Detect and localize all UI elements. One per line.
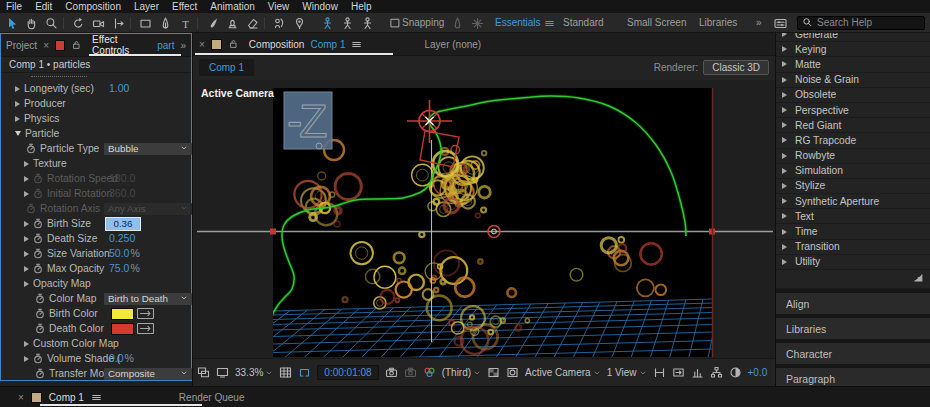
menu-file[interactable]: File (6, 1, 22, 12)
region-of-interest-icon[interactable] (298, 366, 311, 379)
menu-composition[interactable]: Composition (65, 1, 121, 12)
workspace-standard[interactable]: Standard (563, 17, 604, 28)
chevron-more-icon[interactable]: » (180, 40, 186, 51)
menu-help[interactable]: Help (351, 1, 372, 12)
workspace-libraries[interactable]: Libraries (699, 17, 737, 28)
comp-selector-tab[interactable]: Comp 1 (199, 59, 254, 76)
stopwatch-icon[interactable] (33, 263, 43, 275)
lock-icon[interactable] (228, 38, 239, 50)
expand-arrow-icon[interactable] (15, 86, 20, 92)
color-picker-icon[interactable] (137, 323, 154, 334)
left-layer-handle[interactable] (270, 229, 276, 235)
brush-tool-icon[interactable] (203, 15, 222, 31)
expand-arrow-icon[interactable] (782, 92, 787, 98)
expand-arrow-icon[interactable] (782, 244, 787, 250)
fx-category-utility[interactable]: Utility (776, 255, 930, 270)
fx-category-rowbyte[interactable]: Rowbyte (776, 149, 930, 164)
expand-arrow-icon[interactable] (782, 46, 787, 52)
expand-arrow-icon[interactable] (782, 213, 787, 219)
stopwatch-icon[interactable] (33, 233, 43, 245)
panel-menu-icon[interactable] (351, 39, 362, 50)
stopwatch-icon[interactable] (26, 203, 36, 215)
expand-arrow-icon[interactable] (782, 61, 787, 67)
tab-render-queue[interactable]: Render Queue (179, 392, 245, 403)
menu-effect[interactable]: Effect (172, 1, 197, 12)
resolution-select[interactable]: (Third) (442, 367, 481, 379)
close-icon[interactable]: × (43, 40, 49, 51)
menu-animation[interactable]: Animation (210, 1, 254, 12)
stopwatch-icon[interactable] (33, 173, 43, 185)
property-value[interactable]: 0.250 (109, 231, 135, 246)
stopwatch-icon[interactable] (33, 248, 43, 260)
hand-tool-icon[interactable] (22, 15, 41, 31)
tab-effect-controls[interactable]: Effect Controls (92, 34, 151, 56)
exposure-value[interactable]: +0.0 (748, 367, 768, 378)
property-dropdown[interactable]: Birth to Death (104, 293, 192, 305)
view-axis-mode-icon[interactable] (358, 15, 377, 31)
pen-tool-icon[interactable] (156, 15, 175, 31)
expand-arrow-icon[interactable] (24, 176, 29, 182)
tab-timeline-comp[interactable]: Comp 1 (49, 392, 84, 403)
property-value[interactable]: 360.0 (109, 186, 135, 201)
property-value[interactable]: 0.0% (109, 351, 134, 366)
property-dropdown[interactable]: Bubble (104, 143, 192, 155)
mask-visibility-icon[interactable] (506, 366, 519, 379)
menu-edit[interactable]: Edit (35, 1, 52, 12)
renderer-button[interactable]: Classic 3D (703, 60, 769, 75)
stopwatch-icon[interactable] (33, 353, 43, 365)
collapse-arrow-icon[interactable] (15, 131, 21, 136)
eraser-tool-icon[interactable] (243, 15, 262, 31)
workspace-small-screen[interactable]: Small Screen (627, 17, 686, 28)
expand-arrow-icon[interactable] (782, 168, 787, 174)
expand-arrow-icon[interactable] (782, 122, 787, 128)
expand-arrow-icon[interactable] (782, 183, 787, 189)
search-help-input[interactable]: Search Help (797, 16, 925, 30)
fx-category-matte[interactable]: Matte (776, 57, 930, 72)
property-value[interactable]: 1.00 (109, 81, 129, 96)
expand-arrow-icon[interactable] (782, 137, 787, 143)
panel-libraries[interactable]: Libraries (776, 318, 930, 339)
stopwatch-icon[interactable] (26, 143, 36, 155)
panel-menu-icon[interactable] (91, 392, 102, 403)
menu-view[interactable]: View (268, 1, 290, 12)
tracker-icon[interactable] (468, 15, 487, 31)
magnification-select[interactable]: 33.3% (235, 367, 273, 379)
expand-arrow-icon[interactable] (782, 107, 787, 113)
timecode-display[interactable]: 0:00:01:08 (317, 365, 378, 380)
mask-feather-icon[interactable] (448, 15, 467, 31)
stopwatch-icon[interactable] (35, 368, 45, 380)
fx-category-keying[interactable]: Keying (776, 42, 930, 57)
world-axis-mode-icon[interactable] (338, 15, 357, 31)
expand-arrow-icon[interactable] (24, 236, 29, 242)
composition-viewport[interactable]: -ZActive Camera (193, 80, 776, 358)
always-preview-icon[interactable] (197, 366, 210, 379)
fx-category-transition[interactable]: Transition (776, 240, 930, 255)
roto-brush-tool-icon[interactable] (270, 15, 289, 31)
close-icon[interactable]: × (18, 392, 24, 403)
fx-category-obsolete[interactable]: Obsolete (776, 88, 930, 103)
reset-exposure-icon[interactable] (729, 366, 742, 379)
pan-behind-tool-icon[interactable] (109, 15, 128, 31)
grid-guides-icon[interactable] (279, 366, 292, 379)
menu-layer[interactable]: Layer (134, 1, 159, 12)
expand-arrow-icon[interactable] (782, 259, 787, 265)
pixel-aspect-correction-icon[interactable] (653, 366, 666, 379)
fx-category-perspective[interactable]: Perspective (776, 103, 930, 118)
color-swatch[interactable] (111, 308, 134, 320)
tab-effect-controls-layer[interactable]: part (157, 40, 174, 51)
expand-arrow-icon[interactable] (24, 161, 29, 167)
fx-category-noise-grain[interactable]: Noise & Grain (776, 73, 930, 88)
workspace-menu-icon[interactable] (540, 15, 559, 31)
property-value[interactable]: 50.0% (109, 246, 140, 261)
fx-category-stylize[interactable]: Stylize (776, 179, 930, 194)
panel-align[interactable]: Align (776, 293, 930, 314)
fx-category-text[interactable]: Text (776, 209, 930, 224)
stopwatch-icon[interactable] (35, 308, 45, 320)
expand-arrow-icon[interactable] (15, 116, 20, 122)
rotation-tool-icon[interactable] (69, 15, 88, 31)
color-picker-icon[interactable] (137, 308, 154, 319)
comp-color-swatch[interactable] (211, 39, 222, 50)
color-swatch[interactable] (111, 323, 134, 335)
workspace-switcher-icon[interactable] (771, 15, 790, 31)
timeline-button-icon[interactable] (691, 366, 704, 379)
